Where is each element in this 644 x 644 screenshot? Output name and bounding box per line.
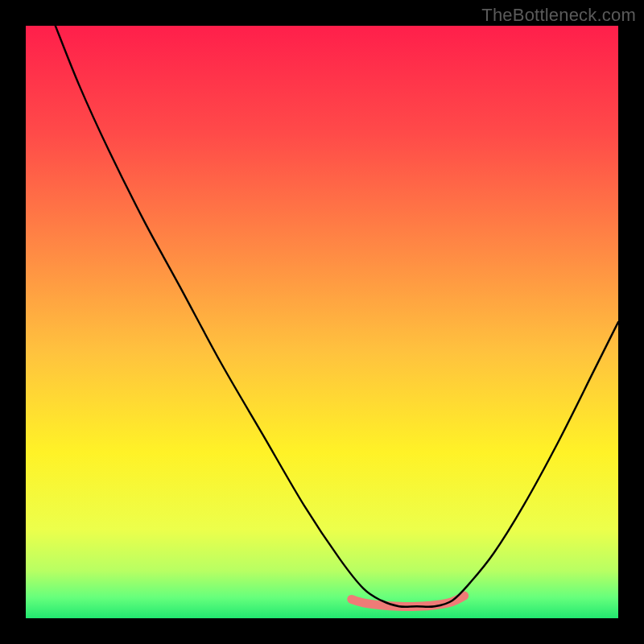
watermark-text: TheBottleneck.com [481, 5, 636, 26]
bottleneck-curve-path [56, 26, 618, 607]
chart-frame: TheBottleneck.com [0, 0, 644, 644]
valley-highlight-path [352, 596, 464, 606]
plot-area [26, 26, 618, 618]
plot-svg [26, 26, 618, 618]
